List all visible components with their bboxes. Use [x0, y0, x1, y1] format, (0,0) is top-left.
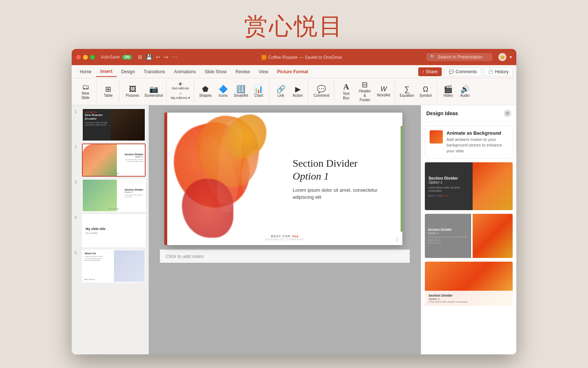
design-panel-close-button[interactable]: ✕	[504, 110, 511, 117]
comment-icon: 💬	[317, 85, 326, 93]
pictures-button[interactable]: 🖼 Pictures	[122, 84, 143, 99]
slide-item-4[interactable]: 4 My slide title My subtitle	[75, 214, 146, 247]
textbox-button[interactable]: A TextBox	[337, 81, 355, 102]
design-panel-content: Animate as Background Add ambient motion…	[421, 122, 516, 354]
table-button[interactable]: ⊞ Table	[100, 81, 116, 102]
design-option-2-brand: BEST FOR You	[428, 242, 468, 244]
user-avatar[interactable]: 😊	[498, 53, 506, 61]
share-label: Share	[426, 69, 438, 74]
search-bar[interactable]: 🔍 Search in Presentation	[426, 53, 492, 61]
action-label: Action	[293, 93, 303, 98]
tab-transitions[interactable]: Transitions	[139, 67, 169, 77]
slide-thumb-3[interactable]: Section Divider Option 2 Lorem ipsum dol…	[82, 179, 146, 212]
share-icon: ↑	[422, 69, 424, 74]
tab-insert[interactable]: Insert	[96, 67, 117, 77]
new-slide-button[interactable]: 🗂 NewSlide	[78, 81, 94, 102]
save-icon[interactable]: 💾	[146, 54, 152, 60]
chart-button[interactable]: 📊 Chart	[250, 84, 267, 99]
caret-icon[interactable]: ▾	[509, 54, 512, 60]
myaddins-icon: ☆	[179, 92, 182, 95]
notes-area[interactable]: Click to add notes	[160, 250, 410, 263]
tool-group-new-slide: 🗂 NewSlide	[75, 80, 97, 103]
slide-canvas-area[interactable]: Section Divider Option 1 Lorem ipsum dol…	[149, 105, 421, 354]
slide-thumb-2[interactable]: Section Divider Option 1 Lorem ipsum dol…	[82, 144, 146, 177]
design-option-2-lorem: Lorem ipsum dolor sit amet, consectetur …	[428, 236, 468, 242]
more-icon[interactable]: ⋯	[172, 54, 177, 60]
slide-item-5[interactable]: 5 About Us Lorem ipsum dolor sit amet,co…	[75, 250, 146, 283]
action-button[interactable]: ▶ Action	[290, 84, 306, 99]
undo-icon[interactable]: ↩	[156, 54, 160, 60]
slide-canvas[interactable]: Section Divider Option 1 Lorem ipsum dol…	[167, 113, 402, 245]
design-card-icon	[430, 130, 443, 144]
wordart-icon: W	[380, 86, 387, 92]
tab-design[interactable]: Design	[117, 67, 139, 77]
maximize-button[interactable]	[90, 55, 95, 60]
slide-number-2: 2	[75, 144, 80, 149]
tab-picture-format[interactable]: Picture Format	[273, 67, 313, 77]
symbol-button[interactable]: Ω Symbol	[417, 84, 434, 99]
design-option-3[interactable]: Section Divider Option 1 Lorem ipsum dol…	[425, 262, 513, 306]
audio-label: Audio	[460, 93, 470, 98]
smartart-button[interactable]: 🔢 SmartArt	[232, 84, 249, 99]
tab-view[interactable]: View	[254, 67, 273, 77]
history-icon: 🕐	[488, 69, 494, 74]
link-icon: 🔗	[276, 85, 286, 93]
symbol-icon: Ω	[423, 85, 428, 93]
redo-icon[interactable]: ↪	[164, 54, 168, 60]
slide-number-4: 4	[75, 214, 80, 220]
slide-thumb-4[interactable]: My slide title My subtitle	[82, 214, 146, 247]
slide-content: Section Divider Option 1 Lorem ipsum dol…	[293, 157, 391, 201]
wordart-button[interactable]: W WordArt	[374, 84, 392, 99]
search-placeholder: Search in Presentation	[438, 54, 482, 60]
slide-footer-brand: BEST FOR You ORGANICS COMPANY	[265, 234, 304, 241]
wordart-label: WordArt	[377, 93, 391, 98]
addins-label: Get Add-ins	[172, 86, 189, 90]
slide-number-1: 1	[75, 108, 80, 114]
tab-review[interactable]: Review	[231, 67, 254, 77]
tab-animations[interactable]: Animations	[169, 67, 200, 77]
slide-item-2[interactable]: 2 Section Divider Option 1 Lorem ipsum d…	[75, 144, 146, 177]
minimize-button[interactable]	[83, 55, 88, 60]
ribbon-actions: ↑ Share 💬 Comments 🕐 History	[418, 67, 513, 76]
tab-home[interactable]: Home	[75, 67, 96, 77]
slide-item-1[interactable]: 1 EXPUESTO New RoasterEcuador Lorem ipsu…	[75, 108, 146, 141]
headerfooter-button[interactable]: ⊟ Header &Footer	[356, 79, 374, 104]
slide-item-3[interactable]: 3 Section Divider Option 2 Lorem ipsum d…	[75, 179, 146, 212]
comments-button[interactable]: 💬 Comments	[445, 67, 481, 76]
history-button[interactable]: 🕐 History	[484, 67, 513, 76]
icons-button[interactable]: 🔷 Icons	[215, 84, 232, 99]
traffic-lights	[76, 55, 95, 60]
textbox-icon: A	[343, 83, 349, 91]
tab-slideshow[interactable]: Slide Show	[200, 67, 231, 77]
slide-thumb-1[interactable]: EXPUESTO New RoasterEcuador Lorem ipsum …	[82, 108, 146, 141]
slide-panel: 1 EXPUESTO New RoasterEcuador Lorem ipsu…	[72, 105, 149, 354]
slide-number-5: 5	[75, 250, 80, 255]
link-button[interactable]: 🔗 Link	[273, 84, 289, 99]
comment-button[interactable]: 💬 Comment	[311, 81, 331, 102]
slide-thumb-5[interactable]: About Us Lorem ipsum dolor sit amet,cons…	[82, 250, 146, 283]
window-icon[interactable]: ⊞	[138, 54, 142, 60]
title-bar-icons: ⊞ 💾 ↩ ↪ ⋯	[138, 54, 177, 60]
get-addins-button[interactable]: ➕ Get Add-ins	[170, 81, 190, 91]
tool-group-text: A TextBox ⊟ Header &Footer W WordArt	[335, 80, 395, 103]
table-icon: ⊞	[105, 85, 111, 93]
shapes-button[interactable]: ⬟ Shapes	[197, 84, 214, 99]
screenshot-button[interactable]: 📷 Screenshot	[143, 84, 164, 99]
audio-button[interactable]: 🔊 Audio	[457, 84, 473, 99]
tool-group-table: ⊞ Table	[97, 80, 119, 103]
app-window: AutoSave ON ⊞ 💾 ↩ ↪ ⋯ 🟧 Coffee Roaster —…	[72, 49, 516, 354]
close-button[interactable]	[76, 55, 81, 60]
design-card-animate[interactable]: Animate as Background Add ambient motion…	[425, 125, 513, 159]
design-option-2[interactable]: Section Divider Option 1 Lorem ipsum dol…	[425, 214, 513, 258]
pictures-icon: 🖼	[129, 85, 136, 93]
design-option-1[interactable]: Section Divider Option 1 Lorem ipsum dol…	[425, 162, 513, 210]
link-label: Link	[277, 93, 284, 98]
equation-button[interactable]: ∑ Equation	[398, 84, 416, 99]
autosave-toggle[interactable]: ON	[122, 55, 132, 60]
smartart-label: SmartArt	[234, 93, 248, 98]
share-button[interactable]: ↑ Share	[418, 67, 442, 76]
my-addins-button[interactable]: ☆ My Add-ins ▾	[169, 91, 191, 100]
video-button[interactable]: 🎬 Video	[440, 84, 456, 99]
addins-icon: ➕	[178, 82, 182, 86]
title-bar: AutoSave ON ⊞ 💾 ↩ ↪ ⋯ 🟧 Coffee Roaster —…	[72, 49, 516, 65]
